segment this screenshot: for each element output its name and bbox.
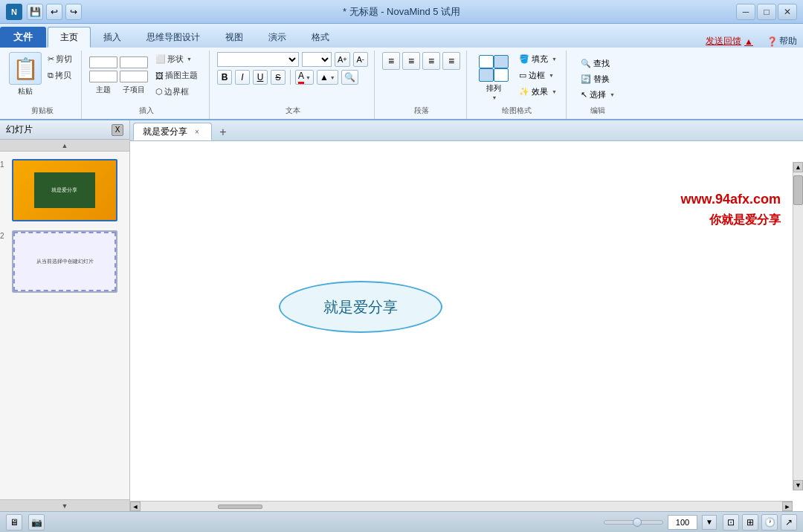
- scroll-left-arrow[interactable]: ◄: [130, 502, 141, 511]
- italic-button[interactable]: I: [235, 70, 250, 85]
- zoom-slider-thumb[interactable]: [633, 518, 642, 527]
- oval-shape[interactable]: 就是爱分享: [279, 281, 442, 333]
- slides-scroll-up[interactable]: ▲: [0, 140, 129, 152]
- redo-button[interactable]: ↪: [65, 4, 82, 20]
- border-draw-icon: ▭: [519, 71, 526, 80]
- slide-1-thumbnail[interactable]: 就是爱分享: [12, 159, 117, 221]
- oval-text: 就是爱分享: [323, 297, 398, 317]
- tab-view[interactable]: 视图: [213, 27, 256, 48]
- hscroll-track[interactable]: [143, 505, 779, 509]
- tab-mindmap-design[interactable]: 思维导图设计: [134, 27, 213, 48]
- tab-insert[interactable]: 插入: [91, 27, 134, 48]
- document-tab[interactable]: 就是爱分享 ×: [133, 123, 212, 140]
- feedback-arrow: ▲: [744, 36, 753, 47]
- insert-topic-theme-button[interactable]: 🖼 插图主题: [152, 68, 201, 82]
- insert-group: 主题 子项目 ⬜ 形状 ▼ 🖼: [83, 51, 210, 119]
- replace-icon: 🔄: [581, 74, 591, 84]
- highlight-button[interactable]: ▲ ▼: [317, 70, 338, 85]
- border-draw-button[interactable]: ▭ 边框 ▼: [516, 68, 560, 82]
- canvas-area[interactable]: www.94afx.com 你就是爱分享 就是爱分享 ▲ ▼ ◄: [130, 141, 803, 511]
- find-icon: 🔍: [581, 59, 591, 68]
- help-button[interactable]: ❓ 帮助: [761, 35, 803, 48]
- save-button[interactable]: 💾: [27, 4, 43, 20]
- slides-panel-close[interactable]: X: [112, 124, 123, 136]
- undo-button[interactable]: ↩: [46, 4, 62, 20]
- shape-button[interactable]: ⬜ 形状 ▼: [152, 52, 201, 66]
- slide-2-thumbnail[interactable]: 从当前选择中创建幻灯片: [12, 230, 117, 293]
- doc-tab-close-button[interactable]: ×: [192, 126, 202, 137]
- close-button[interactable]: ✕: [778, 4, 797, 20]
- vertical-scrollbar[interactable]: ▲ ▼: [793, 162, 803, 490]
- zoom-select-button[interactable]: ▼: [702, 515, 717, 530]
- font-size-select[interactable]: [302, 52, 332, 67]
- cut-icon: ✂: [48, 54, 54, 64]
- maximize-button[interactable]: □: [757, 4, 776, 20]
- arrange-button[interactable]: 排列 ▼: [474, 52, 513, 103]
- fill-button[interactable]: 🪣 填充 ▼: [516, 52, 560, 66]
- align-center-button[interactable]: ≡: [402, 52, 420, 70]
- fit-page-button[interactable]: ⊞: [742, 514, 758, 531]
- export-button[interactable]: ↗: [781, 514, 797, 531]
- text-group: A+ A- B I U S A ▼ ▲: [211, 51, 375, 119]
- clock-button[interactable]: 🕐: [761, 514, 778, 531]
- sub-item-button[interactable]: 子项目: [120, 56, 148, 95]
- vscroll-thumb[interactable]: [793, 175, 803, 205]
- slide-2-number: 2: [0, 232, 4, 240]
- tab-home[interactable]: 主页: [48, 27, 91, 48]
- zoom-slider-track[interactable]: [604, 520, 663, 525]
- scroll-down-arrow[interactable]: ▼: [793, 480, 803, 490]
- ribbon-tabs-bar: 文件 主页 插入 思维导图设计 视图 演示 格式 发送回馈 ▲ ❓ 帮助: [0, 24, 803, 48]
- paste-label: 粘贴: [18, 86, 33, 97]
- tab-bar: 就是爱分享 × +: [130, 120, 803, 141]
- find-button[interactable]: 🔍 查找: [576, 56, 614, 71]
- status-btn-2[interactable]: 📷: [28, 514, 45, 531]
- zoom-input[interactable]: [668, 515, 697, 530]
- fit-width-button[interactable]: ⊡: [723, 514, 739, 531]
- slide-1-text: 就是爱分享: [51, 186, 77, 194]
- border-button[interactable]: ⬡ 边界框: [152, 85, 201, 99]
- cut-button[interactable]: ✂ 剪切: [45, 52, 75, 66]
- edit-group-label: 编辑: [574, 106, 622, 117]
- slides-panel-header: 幻灯片 X: [0, 120, 129, 140]
- align-justify-button[interactable]: ≡: [442, 52, 460, 70]
- tab-present[interactable]: 演示: [256, 27, 299, 48]
- scroll-right-arrow[interactable]: ►: [782, 502, 793, 511]
- highlight-icon: ▲: [320, 72, 329, 82]
- insert-group-label: 插入: [89, 106, 203, 117]
- font-color-button[interactable]: A ▼: [295, 70, 314, 85]
- strikethrough-button[interactable]: S: [271, 70, 286, 85]
- watermark-url: www.94afx.com: [681, 192, 781, 207]
- increase-font-button[interactable]: A+: [335, 52, 350, 67]
- add-tab-button[interactable]: +: [215, 124, 231, 140]
- minimize-button[interactable]: ─: [736, 4, 755, 20]
- theme-button[interactable]: 主题: [89, 56, 117, 95]
- effect-icon: ✨: [519, 87, 529, 97]
- vscroll-track[interactable]: [793, 172, 803, 480]
- scroll-up-arrow[interactable]: ▲: [793, 162, 803, 172]
- tab-format[interactable]: 格式: [299, 27, 342, 48]
- decrease-font-button[interactable]: A-: [353, 52, 368, 67]
- feedback-button[interactable]: 发送回馈 ▲: [698, 35, 761, 48]
- copy-button[interactable]: ⧉ 拷贝: [45, 68, 75, 82]
- select-icon: ↖: [581, 90, 587, 100]
- replace-button[interactable]: 🔄 替换: [576, 72, 614, 86]
- slide-1-content: 就是爱分享: [13, 160, 116, 220]
- font-family-select[interactable]: [217, 52, 299, 67]
- slide-2-content: 从当前选择中创建幻灯片: [13, 232, 116, 291]
- paste-button[interactable]: 📋: [9, 52, 42, 85]
- select-button[interactable]: ↖ 选择 ▼: [576, 88, 619, 102]
- status-btn-1[interactable]: 🖥: [6, 514, 22, 531]
- underline-button[interactable]: U: [253, 70, 268, 85]
- statusbar: 🖥 📷 ▼ ⊡ ⊞ 🕐 ↗: [0, 511, 803, 532]
- titlebar: N 💾 ↩ ↪ * 无标题 - NovaMind 5 试用 ─ □ ✕: [0, 0, 803, 24]
- align-left-button[interactable]: ≡: [382, 52, 400, 70]
- hscroll-thumb[interactable]: [218, 505, 262, 509]
- bold-button[interactable]: B: [217, 70, 232, 85]
- align-right-button[interactable]: ≡: [422, 52, 440, 70]
- slides-scroll-down[interactable]: ▼: [0, 499, 129, 511]
- image-button[interactable]: 🔍: [341, 70, 358, 85]
- align-buttons: ≡ ≡ ≡ ≡: [382, 52, 460, 70]
- tab-file[interactable]: 文件: [0, 27, 46, 48]
- effect-button[interactable]: ✨ 效果 ▼: [516, 85, 560, 99]
- horizontal-scrollbar[interactable]: ◄ ►: [130, 501, 793, 511]
